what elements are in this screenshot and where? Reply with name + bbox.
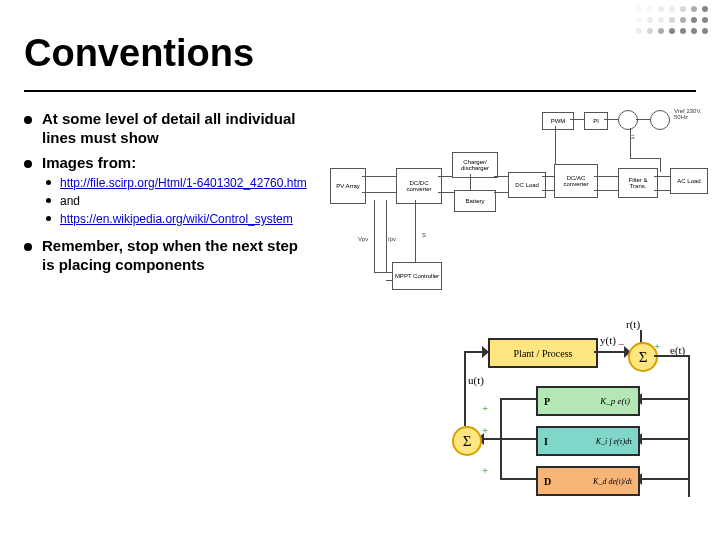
- box-p: P K_p e(t): [536, 386, 640, 416]
- sub-link-1: http://file.scirp.org/Html/1-6401302_427…: [42, 176, 314, 191]
- box-pi: PI: [584, 112, 608, 130]
- plus-sign-r: +: [654, 340, 660, 352]
- sum-pid: Σ: [452, 426, 482, 456]
- box-i: I K_i ∫ e(τ)dτ: [536, 426, 640, 456]
- i-expr: K_i ∫ e(τ)dτ: [596, 437, 632, 446]
- generator-icon: [650, 110, 670, 130]
- p-expr: K_p e(t): [600, 396, 630, 406]
- minus-sign-1: −: [618, 338, 624, 350]
- p-label: P: [544, 396, 550, 407]
- bullet-2: Images from: http://file.scirp.org/Html/…: [24, 154, 314, 228]
- box-dcload: DC Load: [508, 172, 546, 198]
- lbl-r: r(t): [626, 318, 640, 330]
- box-dcdc: DC/DC converter: [396, 168, 442, 204]
- lbl-ipv: Ipv: [388, 236, 396, 242]
- box-plant: Plant / Process: [488, 338, 598, 368]
- sub-and: and: [42, 194, 314, 209]
- bullet-body: At some level of detail all individual l…: [24, 110, 314, 281]
- hr-divider: [24, 90, 696, 92]
- link-scirp[interactable]: http://file.scirp.org/Html/1-6401302_427…: [60, 176, 307, 190]
- sigma-icon-2: Σ: [463, 433, 472, 450]
- bullet-3: Remember, stop when the next step is pla…: [24, 237, 314, 275]
- plus-i: +: [482, 424, 488, 436]
- d-label: D: [544, 476, 551, 487]
- slide-title: Conventions: [24, 32, 254, 75]
- box-filter: Filter & Trans.: [618, 168, 658, 198]
- sigma-icon: Σ: [639, 349, 648, 366]
- summing-node-icon: [618, 110, 638, 130]
- plus-p: +: [482, 402, 488, 414]
- lbl-y: y(t): [600, 334, 616, 346]
- pid-diagram: r(t) Plant / Process y(t) Σ − + e(t) P K…: [440, 320, 700, 520]
- sub-link-2: https://en.wikipedia.org/wiki/Control_sy…: [42, 212, 314, 227]
- i-label: I: [544, 436, 548, 447]
- box-pv-array: PV Array: [330, 168, 366, 204]
- box-pwm: PWM: [542, 112, 574, 130]
- lbl-u: u(t): [468, 374, 484, 386]
- decor-dot-grid: [636, 6, 710, 36]
- bullet-1: At some level of detail all individual l…: [24, 110, 314, 148]
- lbl-vref: Vref 230V, 50Hz: [674, 108, 714, 120]
- pv-system-schematic: PWM PI Vref 230V, 50Hz G PV Array DC/DC …: [330, 112, 706, 302]
- lbl-vpv: Vpv: [358, 236, 368, 242]
- box-d: D K_d de(t)/dt: [536, 466, 640, 496]
- link-wikipedia[interactable]: https://en.wikipedia.org/wiki/Control_sy…: [60, 212, 293, 226]
- box-dcac: DC/AC converter: [554, 164, 598, 198]
- plus-d: +: [482, 464, 488, 476]
- d-expr: K_d de(t)/dt: [593, 477, 632, 486]
- box-battery: Battery: [454, 190, 496, 212]
- bullet-2-label: Images from:: [42, 154, 136, 171]
- box-mppt: MPPT Controller: [392, 262, 442, 290]
- box-charger: Charger/ discharger: [452, 152, 498, 178]
- lbl-s: S: [422, 232, 426, 238]
- box-acload: AC Load: [670, 168, 708, 194]
